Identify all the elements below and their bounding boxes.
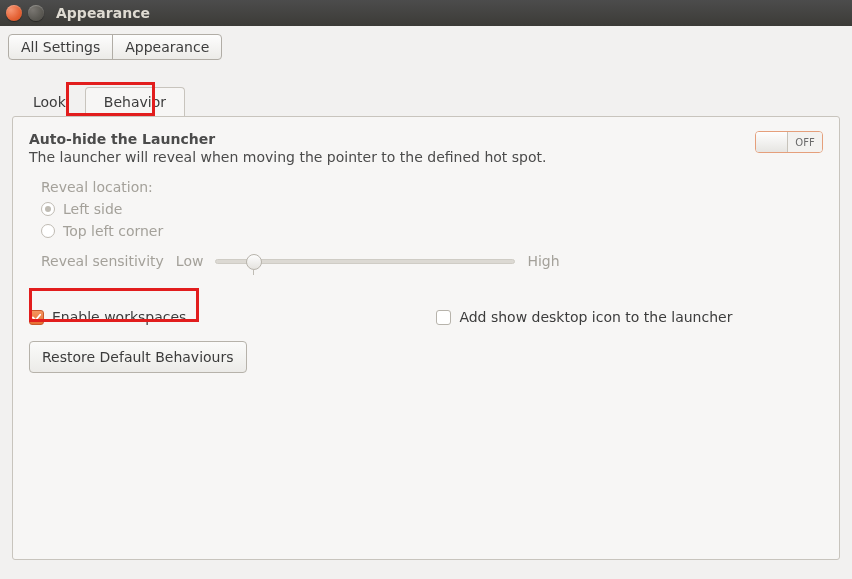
reveal-top-left-radio[interactable]: Top left corner	[41, 223, 823, 239]
reveal-sensitivity-label: Reveal sensitivity	[41, 253, 164, 269]
reveal-sensitivity-row: Reveal sensitivity Low High	[41, 253, 823, 269]
window-titlebar: Appearance	[0, 0, 852, 26]
reveal-left-side-radio[interactable]: Left side	[41, 201, 823, 217]
radio-icon	[41, 202, 55, 216]
enable-workspaces-label: Enable workspaces	[52, 309, 186, 325]
reveal-sensitivity-slider[interactable]	[215, 259, 515, 264]
window-body: All Settings Appearance Look Behavior Au…	[0, 26, 852, 572]
window-minimize-button[interactable]	[28, 5, 44, 21]
radio-icon	[41, 224, 55, 238]
window-title: Appearance	[56, 5, 150, 21]
restore-default-button[interactable]: Restore Default Behaviours	[29, 341, 247, 373]
show-desktop-icon-label: Add show desktop icon to the launcher	[459, 309, 732, 325]
slider-thumb[interactable]	[246, 254, 262, 270]
behavior-pane: Auto-hide the Launcher The launcher will…	[12, 116, 840, 560]
reveal-location-group: Reveal location: Left side Top left corn…	[41, 179, 823, 269]
show-desktop-icon-checkbox[interactable]: Add show desktop icon to the launcher	[436, 309, 732, 325]
slider-high-label: High	[527, 253, 559, 269]
tab-behavior[interactable]: Behavior	[85, 87, 185, 117]
reveal-top-left-label: Top left corner	[63, 223, 163, 239]
tabs-row: Look Behavior	[14, 86, 844, 116]
autohide-subtitle: The launcher will reveal when moving the…	[29, 149, 546, 165]
switch-state-label: OFF	[788, 132, 822, 152]
window-close-button[interactable]	[6, 5, 22, 21]
switch-thumb	[756, 132, 788, 152]
slider-notch	[253, 269, 254, 275]
reveal-left-side-label: Left side	[63, 201, 122, 217]
checks-row: Enable workspaces Add show desktop icon …	[29, 309, 823, 325]
tab-look[interactable]: Look	[14, 87, 85, 117]
breadcrumb-current[interactable]: Appearance	[112, 35, 221, 59]
autohide-header: Auto-hide the Launcher The launcher will…	[29, 131, 823, 165]
reveal-location-heading: Reveal location:	[41, 179, 823, 195]
breadcrumb-all-settings[interactable]: All Settings	[9, 35, 112, 59]
slider-low-label: Low	[176, 253, 204, 269]
breadcrumb: All Settings Appearance	[8, 34, 222, 60]
autohide-switch[interactable]: OFF	[755, 131, 823, 153]
enable-workspaces-checkbox[interactable]: Enable workspaces	[29, 309, 186, 325]
checkbox-icon	[29, 310, 44, 325]
autohide-title: Auto-hide the Launcher	[29, 131, 546, 147]
checkbox-icon	[436, 310, 451, 325]
